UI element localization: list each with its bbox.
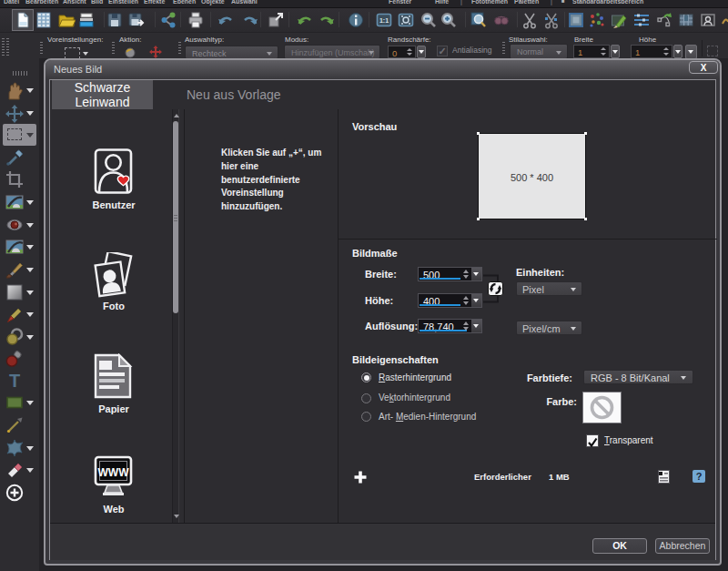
svg-text:T: T	[9, 371, 20, 391]
svg-text:1:1: 1:1	[379, 17, 389, 24]
svg-text:WWW: WWW	[98, 466, 130, 479]
